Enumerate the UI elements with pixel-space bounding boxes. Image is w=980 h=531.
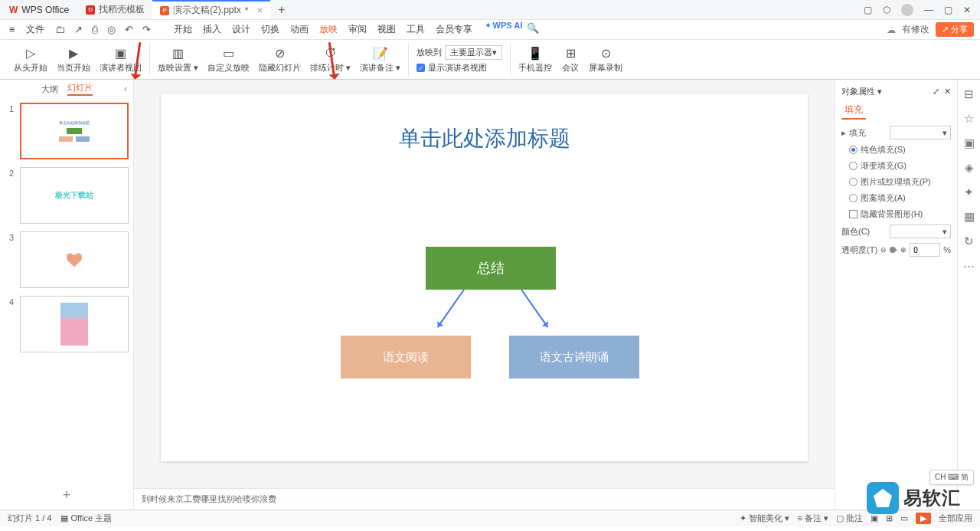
slide-canvas[interactable]: 单击此处添加标题 总结 语文阅读 语文古诗朗诵	[161, 93, 808, 461]
comments-toggle[interactable]: ▢ 批注	[836, 513, 863, 524]
checkbox-hidebg[interactable]	[849, 210, 858, 218]
slide-number: 2	[5, 167, 14, 224]
opacity-input[interactable]	[910, 243, 940, 257]
share-button[interactable]: ↗分享	[936, 22, 974, 37]
phone-remote-button[interactable]: 📱手机遥控	[515, 44, 555, 75]
minimize-icon[interactable]: —	[924, 5, 933, 15]
tool-more-icon[interactable]: ⋯	[963, 259, 975, 273]
close-icon[interactable]: ✕	[963, 5, 971, 15]
notes-pane[interactable]: 到时候来京工费哪里找别哈喽你浪费	[134, 488, 835, 510]
chevron-down-icon: ▾	[942, 227, 947, 237]
meeting-button[interactable]: ⊞会议	[558, 44, 583, 75]
tool-settings-icon[interactable]: ⊟	[964, 87, 974, 101]
custom-slideshow-button[interactable]: ▭自定义放映	[204, 44, 253, 75]
close-icon[interactable]: ✕	[944, 87, 951, 96]
view-reading-icon[interactable]: ▭	[900, 513, 908, 523]
share-icon: ↗	[942, 25, 949, 34]
watermark: 易软汇	[867, 482, 961, 514]
tool-arrow-icon[interactable]: ↻	[964, 234, 974, 248]
tab-tools[interactable]: 工具	[402, 21, 430, 38]
search-icon[interactable]: 🔍	[524, 21, 542, 38]
hide-icon: ⊘	[273, 45, 288, 61]
outline-tab[interactable]: 大纲	[41, 84, 58, 95]
slides-tab[interactable]: 幻灯片	[67, 82, 93, 96]
tab-design[interactable]: 设计	[227, 21, 255, 38]
view-slideshow-icon[interactable]: ▶	[916, 513, 931, 524]
opacity-slider[interactable]	[890, 249, 897, 251]
radio-picture[interactable]	[849, 178, 858, 186]
speaker-notes-button[interactable]: 📝演讲备注 ▾	[357, 44, 403, 75]
tab-insert[interactable]: 插入	[198, 21, 226, 38]
menu-icon[interactable]: ≡	[6, 22, 18, 37]
tool-star-icon[interactable]: ☆	[964, 112, 974, 126]
slide-thumb-1[interactable]: 单击此处添加标题	[20, 103, 129, 159]
shape-poem[interactable]: 语文古诗朗诵	[509, 336, 639, 379]
tab-member[interactable]: 会员专享	[431, 21, 477, 38]
pin-icon[interactable]: ⤢	[933, 87, 939, 96]
display-combo[interactable]: 主要显示器▾	[445, 45, 502, 60]
phone-icon: 📱	[528, 45, 543, 61]
tool-palette-icon[interactable]: ◈	[965, 161, 974, 175]
presenter-view-button[interactable]: ▣演讲者视图	[96, 44, 145, 75]
close-icon[interactable]: ×	[256, 5, 263, 16]
label-pattern: 图案填充(A)	[861, 192, 906, 204]
connector-1[interactable]	[437, 289, 465, 327]
tab-review[interactable]: 审阅	[344, 21, 371, 38]
radio-solid[interactable]	[849, 146, 858, 154]
tool-wrench-icon[interactable]: ✦	[964, 185, 974, 199]
color-combo[interactable]: ▾	[890, 225, 951, 238]
slideshow-settings-button[interactable]: ▥放映设置 ▾	[155, 44, 201, 75]
slide-title[interactable]: 单击此处添加标题	[161, 124, 808, 153]
avatar-icon[interactable]	[901, 4, 913, 16]
connector-2[interactable]	[521, 289, 548, 327]
slide-thumb-3[interactable]	[20, 231, 129, 288]
modified-status: 有修改	[902, 23, 929, 36]
checkbox-presenter[interactable]: ✓	[416, 64, 425, 72]
notes-toggle[interactable]: ≡ 备注 ▾	[797, 513, 828, 524]
fill-preset-combo[interactable]: ▾	[890, 126, 951, 139]
wps-ai-button[interactable]: WPS AI	[493, 21, 523, 38]
tab-slideshow[interactable]: 放映	[315, 21, 342, 38]
label-color: 颜色(C)	[841, 226, 870, 238]
shape-reading[interactable]: 语文阅读	[341, 336, 471, 379]
box-icon[interactable]: ▢	[864, 5, 872, 15]
tab-wps-home[interactable]: W WPS Office	[0, 0, 78, 19]
slide-thumb-2[interactable]: 极光下载站	[20, 167, 129, 224]
smart-beautify[interactable]: ✦ 智能美化 ▾	[740, 513, 789, 524]
tool-clip-icon[interactable]: ▦	[964, 210, 975, 224]
tab-document[interactable]: P 演示文稿(2).pptx * ×	[152, 0, 270, 19]
file-menu[interactable]: 文件	[21, 21, 49, 38]
maximize-icon[interactable]: ▢	[944, 5, 952, 15]
redo-icon[interactable]: ↷	[139, 22, 154, 37]
print-icon[interactable]: ⎙	[89, 22, 101, 37]
view-normal-icon[interactable]: ▣	[871, 513, 878, 523]
export-icon[interactable]: ↗	[71, 22, 86, 37]
rehearse-timing-button[interactable]: ⏱排练计时 ▾	[307, 44, 354, 75]
chevron-down-icon: ▾	[942, 128, 947, 138]
from-start-button[interactable]: ▷从头开始	[11, 44, 51, 75]
add-tab-button[interactable]: +	[270, 3, 292, 17]
tab-transition[interactable]: 切换	[256, 21, 284, 38]
tab-animation[interactable]: 动画	[286, 21, 313, 38]
tool-layers-icon[interactable]: ▣	[964, 136, 975, 150]
undo-icon[interactable]: ↶	[122, 22, 136, 37]
collapse-icon[interactable]: ‹	[124, 84, 127, 94]
screen-record-button[interactable]: ⊙屏幕录制	[586, 44, 626, 75]
tab-start[interactable]: 开始	[169, 21, 197, 38]
fill-tab[interactable]: 填充	[841, 102, 866, 120]
radio-gradient[interactable]	[849, 162, 858, 170]
tab-template[interactable]: D 找稻壳模板	[78, 0, 152, 19]
preview-icon[interactable]: ◎	[104, 22, 119, 37]
hide-slide-button[interactable]: ⊘隐藏幻灯片	[256, 44, 304, 75]
add-slide-button[interactable]: +	[0, 481, 133, 510]
radio-pattern[interactable]	[849, 194, 858, 202]
theme-label[interactable]: ▦ Office 主题	[60, 513, 112, 524]
slide-thumb-4[interactable]	[20, 296, 129, 352]
save-icon[interactable]: 🗀	[52, 22, 68, 37]
cube-icon[interactable]: ⬡	[883, 5, 890, 15]
tab-view[interactable]: 视图	[373, 21, 400, 38]
shape-summary[interactable]: 总结	[426, 247, 556, 290]
from-current-button[interactable]: ▶当页开始	[54, 44, 93, 75]
view-sorter-icon[interactable]: ⊞	[886, 513, 893, 523]
apply-all[interactable]: 全部应用	[939, 513, 972, 524]
